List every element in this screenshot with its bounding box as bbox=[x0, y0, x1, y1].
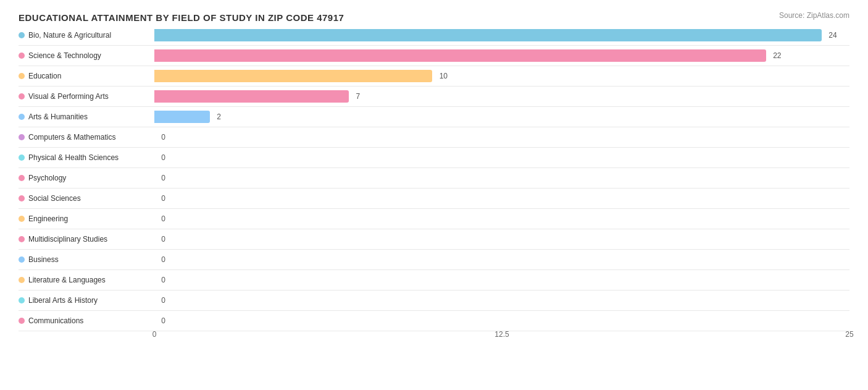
bar-label: Liberal Arts & History bbox=[19, 296, 154, 305]
bar-value-label: 10 bbox=[440, 72, 448, 80]
chart-container: EDUCATIONAL ATTAINMENT BY FIELD OF STUDY… bbox=[0, 0, 868, 390]
bar-value-label: 7 bbox=[356, 92, 361, 101]
chart-body: Bio, Nature & Agricultural24Science & Te… bbox=[19, 25, 849, 345]
bar-track: 0 bbox=[154, 290, 849, 310]
bar-row: Computers & Mathematics0 bbox=[19, 127, 849, 148]
bar-row: Communications0 bbox=[19, 311, 849, 331]
color-dot bbox=[19, 53, 25, 59]
bar-value-label: 0 bbox=[161, 153, 165, 162]
bar-value-label: 0 bbox=[161, 174, 165, 182]
color-dot bbox=[19, 73, 25, 79]
bar-track: 0 bbox=[154, 148, 849, 167]
bar-row: Education10 bbox=[19, 66, 849, 87]
bar-value-label: 0 bbox=[161, 235, 165, 244]
x-tick: 25 bbox=[845, 330, 853, 339]
color-dot bbox=[19, 175, 25, 181]
bar-row: Multidisciplinary Studies0 bbox=[19, 229, 849, 250]
bar-fill bbox=[154, 70, 432, 82]
bar-label: Visual & Performing Arts bbox=[19, 92, 154, 101]
color-dot bbox=[19, 134, 25, 140]
bar-label: Engineering bbox=[19, 214, 154, 223]
color-dot bbox=[19, 256, 25, 263]
bar-label-text: Social Sciences bbox=[28, 194, 81, 203]
bar-track: 0 bbox=[154, 209, 849, 229]
bar-label: Multidisciplinary Studies bbox=[19, 235, 154, 244]
bar-row: Science & Technology22 bbox=[19, 46, 849, 66]
color-dot bbox=[19, 216, 25, 222]
bar-label-text: Visual & Performing Arts bbox=[28, 92, 109, 101]
bar-track: 10 bbox=[154, 66, 849, 86]
bar-label: Science & Technology bbox=[19, 51, 154, 60]
bar-value-label: 0 bbox=[161, 214, 165, 223]
bar-track: 2 bbox=[154, 107, 849, 127]
bar-label: Education bbox=[19, 72, 154, 80]
bar-label: Social Sciences bbox=[19, 194, 154, 203]
bar-row: Psychology0 bbox=[19, 168, 849, 189]
bar-value-label: 0 bbox=[161, 296, 165, 305]
bars-wrapper: Bio, Nature & Agricultural24Science & Te… bbox=[19, 25, 849, 331]
bar-value-label: 0 bbox=[161, 255, 165, 264]
bar-value-label: 0 bbox=[161, 194, 165, 203]
bar-label: Literature & Languages bbox=[19, 276, 154, 284]
bar-fill bbox=[154, 111, 210, 123]
bar-label-text: Engineering bbox=[28, 214, 68, 223]
bar-row: Bio, Nature & Agricultural24 bbox=[19, 25, 849, 46]
bar-label: Arts & Humanities bbox=[19, 112, 154, 121]
bar-track: 0 bbox=[154, 311, 849, 331]
bar-label-text: Literature & Languages bbox=[28, 276, 106, 284]
chart-title: EDUCATIONAL ATTAINMENT BY FIELD OF STUDY… bbox=[19, 12, 849, 23]
bar-row: Literature & Languages0 bbox=[19, 270, 849, 290]
bar-label: Computers & Mathematics bbox=[19, 133, 154, 142]
bar-track: 0 bbox=[154, 189, 849, 208]
bar-row: Physical & Health Sciences0 bbox=[19, 148, 849, 168]
bar-label-text: Liberal Arts & History bbox=[28, 296, 98, 305]
bar-value-label: 2 bbox=[217, 112, 221, 121]
x-tick: 12.5 bbox=[495, 330, 509, 339]
bar-label: Business bbox=[19, 255, 154, 264]
bar-label-text: Arts & Humanities bbox=[28, 112, 88, 121]
bar-value-label: 0 bbox=[161, 316, 165, 325]
bar-label-text: Business bbox=[28, 255, 59, 264]
bar-track: 0 bbox=[154, 270, 849, 290]
x-axis-area: 012.525 bbox=[154, 331, 849, 345]
bar-value-label: 22 bbox=[773, 51, 781, 60]
bar-label-text: Multidisciplinary Studies bbox=[28, 235, 107, 244]
bar-label-text: Psychology bbox=[28, 174, 66, 182]
bar-label-text: Physical & Health Sciences bbox=[28, 153, 119, 162]
bar-label: Bio, Nature & Agricultural bbox=[19, 31, 154, 40]
bar-fill bbox=[154, 29, 822, 41]
bar-track: 7 bbox=[154, 87, 849, 106]
bar-row: Arts & Humanities2 bbox=[19, 107, 849, 127]
bar-label: Physical & Health Sciences bbox=[19, 153, 154, 162]
bar-label: Communications bbox=[19, 316, 154, 325]
bar-value-label: 24 bbox=[828, 31, 837, 40]
bar-label-text: Education bbox=[28, 72, 61, 80]
bar-track: 0 bbox=[154, 127, 849, 147]
bar-label-text: Science & Technology bbox=[28, 51, 101, 60]
bar-row: Visual & Performing Arts7 bbox=[19, 87, 849, 107]
bar-label-text: Computers & Mathematics bbox=[28, 133, 115, 142]
bar-label-text: Bio, Nature & Agricultural bbox=[28, 31, 111, 40]
bar-track: 0 bbox=[154, 229, 849, 249]
bar-track: 22 bbox=[154, 46, 849, 66]
bar-value-label: 0 bbox=[161, 133, 165, 142]
x-tick: 0 bbox=[152, 330, 157, 339]
color-dot bbox=[19, 236, 25, 242]
chart-source: Source: ZipAtlas.com bbox=[779, 11, 849, 20]
color-dot bbox=[19, 318, 25, 324]
color-dot bbox=[19, 155, 25, 161]
color-dot bbox=[19, 297, 25, 303]
color-dot bbox=[19, 93, 25, 100]
bar-track: 0 bbox=[154, 168, 849, 188]
bar-track: 0 bbox=[154, 250, 849, 269]
bar-fill bbox=[154, 90, 349, 103]
bar-row: Liberal Arts & History0 bbox=[19, 290, 849, 311]
color-dot bbox=[19, 195, 25, 201]
color-dot bbox=[19, 277, 25, 283]
bar-row: Business0 bbox=[19, 250, 849, 270]
color-dot bbox=[19, 114, 25, 120]
color-dot bbox=[19, 32, 25, 38]
bar-row: Social Sciences0 bbox=[19, 189, 849, 209]
bar-label-text: Communications bbox=[28, 316, 83, 325]
bar-label: Psychology bbox=[19, 174, 154, 182]
